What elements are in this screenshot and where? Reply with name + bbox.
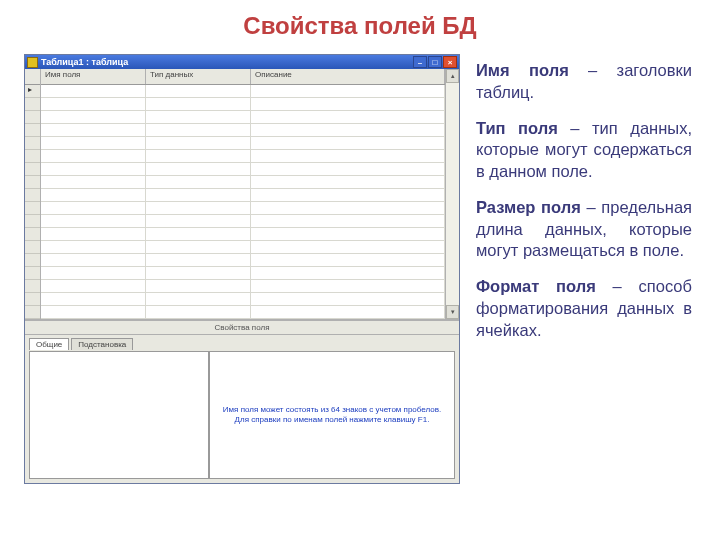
vertical-scrollbar[interactable]: ▴ ▾ <box>445 69 459 319</box>
maximize-button[interactable]: □ <box>428 56 442 68</box>
hint-text: Имя поля может состоять из 64 знаков с у… <box>218 405 446 426</box>
field-properties-area: Общие Подстановка Имя поля может состоят… <box>25 335 459 483</box>
app-icon <box>27 57 38 68</box>
row-header-column <box>25 69 41 319</box>
field-properties-label: Свойства поля <box>25 320 459 335</box>
definition-item: Тип поля – тип данных, которые могут сод… <box>476 118 692 183</box>
hint-panel: Имя поля может состоять из 64 знаков с у… <box>209 351 455 479</box>
row-selector[interactable] <box>25 85 40 98</box>
definition-item: Размер поля – предельная длина данных, к… <box>476 197 692 262</box>
definition-item: Формат поля – способ форматирования данн… <box>476 276 692 341</box>
col-header-datatype: Тип данных <box>146 69 251 84</box>
content-row: Таблица1 : таблица – □ × Имя пол <box>0 54 720 484</box>
definition-item: Имя поля – заголовки таблиц. <box>476 60 692 104</box>
column-headers: Имя поля Тип данных Описание <box>41 69 445 85</box>
term: Тип поля <box>476 119 558 137</box>
definitions-column: Имя поля – заголовки таблиц. Тип поля – … <box>460 54 692 355</box>
scroll-down-icon[interactable]: ▾ <box>446 305 459 319</box>
window-title: Таблица1 : таблица <box>41 57 128 67</box>
term: Размер поля <box>476 198 581 216</box>
scroll-up-icon[interactable]: ▴ <box>446 69 459 83</box>
minimize-button[interactable]: – <box>413 56 427 68</box>
properties-panel[interactable] <box>29 351 209 479</box>
slide-title: Свойства полей БД <box>0 12 720 40</box>
close-button[interactable]: × <box>443 56 457 68</box>
access-window: Таблица1 : таблица – □ × Имя пол <box>24 54 460 484</box>
col-header-fieldname: Имя поля <box>41 69 146 84</box>
tab-general[interactable]: Общие <box>29 338 69 350</box>
grid-rows[interactable] <box>41 85 445 319</box>
term: Формат поля <box>476 277 596 295</box>
col-header-description: Описание <box>251 69 445 84</box>
tab-lookup[interactable]: Подстановка <box>71 338 133 350</box>
term: Имя поля <box>476 61 569 79</box>
window-titlebar: Таблица1 : таблица – □ × <box>25 55 459 69</box>
design-grid: Имя поля Тип данных Описание <box>25 69 459 320</box>
